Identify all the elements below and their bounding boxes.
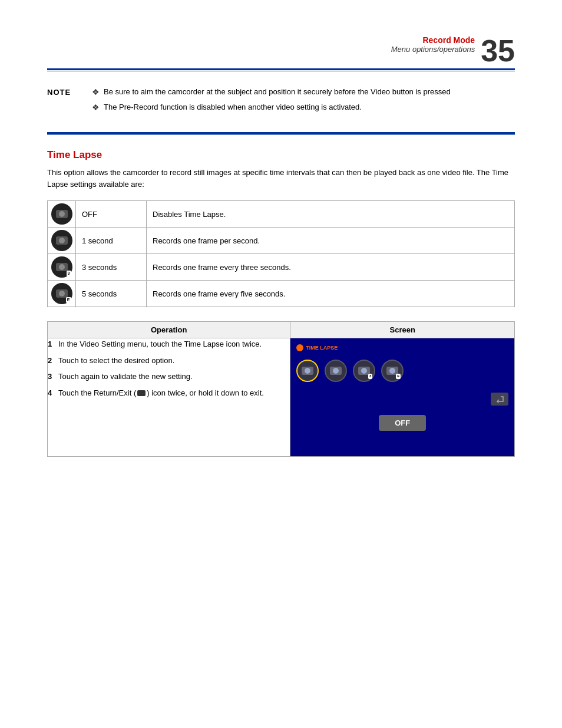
screen-label: TIME LAPSE	[296, 344, 508, 351]
off-button: OFF	[379, 415, 426, 431]
screen-icons-row: 3 E	[296, 356, 508, 386]
screen-icon-1	[296, 360, 319, 382]
header-right: Record Mode Menu options/operations 35	[391, 35, 515, 66]
ops-col-header: Operation	[48, 322, 290, 338]
return-exit-inline-icon	[137, 390, 146, 396]
note-label: NOTE	[47, 87, 82, 117]
ops-row: 1 In the Video Setting menu, touch the T…	[48, 338, 515, 457]
tl-icon-1s	[48, 228, 76, 254]
tl-label-5s: 5 seconds	[76, 281, 147, 307]
note-bullet-1: ❖	[92, 87, 100, 98]
divider-bottom	[47, 132, 515, 134]
tl-label-off: OFF	[76, 201, 147, 228]
step-num-1: 1	[48, 338, 55, 350]
menu-subtitle: Menu options/operations	[391, 45, 475, 54]
return-icon	[491, 393, 508, 406]
note-item-2: ❖ The Pre-Record function is disabled wh…	[92, 102, 515, 114]
note-content: ❖ Be sure to aim the camcorder at the su…	[92, 87, 515, 117]
tl-icon-5s: E	[48, 281, 76, 307]
list-item: 3 Touch again to validate the new settin…	[48, 371, 290, 383]
tl-desc-5s: Records one frame every five seconds.	[147, 281, 515, 307]
section-title: Time Lapse	[47, 149, 515, 161]
tl-desc-off: Disables Time Lapse.	[147, 201, 515, 228]
screen-icon-3-badge: 3	[368, 374, 372, 379]
ops-steps-cell: 1 In the Video Setting menu, touch the T…	[48, 338, 290, 457]
tl-label-3s: 3 seconds	[76, 254, 147, 281]
tl-icon-off	[48, 201, 76, 228]
note-section: NOTE ❖ Be sure to aim the camcorder at t…	[47, 81, 515, 123]
step-text-4: Touch the Return/Exit () icon twice, or …	[58, 387, 290, 399]
tl-table: OFF Disables Time Lapse. 1 second Record…	[47, 200, 515, 307]
ops-list: 1 In the Video Setting menu, touch the T…	[48, 338, 290, 398]
record-mode-title: Record Mode	[391, 35, 475, 45]
tl-desc-1s: Records one frame per second.	[147, 228, 515, 254]
divider-thin	[47, 71, 515, 71]
divider-top	[47, 68, 515, 70]
note-bullet-2: ❖	[92, 102, 100, 114]
screen-preview: TIME LAPSE	[290, 338, 514, 456]
ops-table: Operation Screen 1 In the Video Setting …	[47, 321, 515, 457]
screen-col-header: Screen	[290, 322, 515, 338]
list-item: 1 In the Video Setting menu, touch the T…	[48, 338, 290, 350]
divider-bottom-thin	[47, 134, 515, 135]
step-num-2: 2	[48, 355, 55, 367]
screen-icon-4: E	[381, 360, 404, 382]
note-item-1: ❖ Be sure to aim the camcorder at the su…	[92, 87, 515, 98]
page-number: 35	[481, 35, 515, 66]
screen-icon-4-badge: E	[396, 374, 401, 379]
step-text-2: Touch to select the desired option.	[58, 355, 290, 367]
screen-icon-2	[325, 360, 347, 382]
step-text-1: In the Video Setting menu, touch the Tim…	[58, 338, 290, 350]
table-row: E 5 seconds Records one frame every five…	[48, 281, 515, 307]
tl-icon-3s: 3	[48, 254, 76, 281]
list-item: 4 Touch the Return/Exit () icon twice, o…	[48, 387, 290, 399]
screen-icon-3: 3	[353, 360, 375, 382]
step-num-4: 4	[48, 387, 55, 399]
note-text-2: The Pre-Record function is disabled when…	[104, 102, 362, 114]
page: Record Mode Menu options/operations 35 N…	[0, 0, 562, 728]
header-text: Record Mode Menu options/operations	[391, 35, 475, 54]
table-row: 1 second Records one frame per second.	[48, 228, 515, 254]
screen-preview-cell: TIME LAPSE	[290, 338, 515, 457]
table-row: 3 3 seconds Records one frame every thre…	[48, 254, 515, 281]
page-header: Record Mode Menu options/operations 35	[47, 35, 515, 66]
screen-bottom-row	[296, 393, 508, 406]
note-text-1: Be sure to aim the camcorder at the subj…	[104, 87, 451, 98]
section-description: This option allows the camcorder to reco…	[47, 167, 515, 190]
tl-label-1s: 1 second	[76, 228, 147, 254]
tl-desc-3s: Records one frame every three seconds.	[147, 254, 515, 281]
step-num-3: 3	[48, 371, 55, 383]
list-item: 2 Touch to select the desired option.	[48, 355, 290, 367]
step-text-3: Touch again to validate the new setting.	[58, 371, 290, 383]
table-row: OFF Disables Time Lapse.	[48, 201, 515, 228]
